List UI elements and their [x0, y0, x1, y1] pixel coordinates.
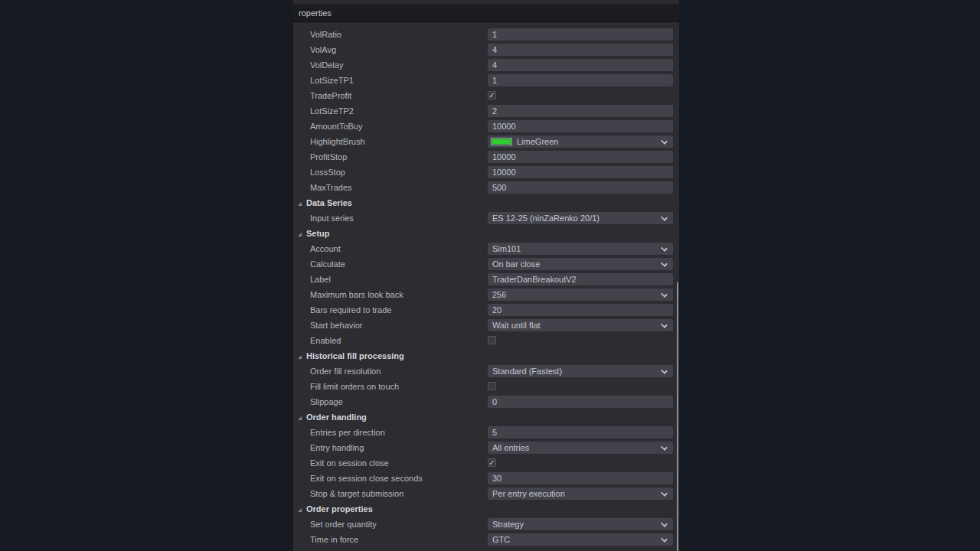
category-row-order-handling[interactable]: Order handling: [293, 409, 679, 425]
property-label: VolDelay: [310, 60, 343, 70]
field-value: 5: [492, 426, 497, 439]
property-row-calculate: CalculateOn bar close: [293, 256, 679, 272]
expander-triangle-icon[interactable]: [298, 355, 302, 359]
chevron-down-icon[interactable]: [661, 536, 668, 543]
property-row-maximum-bars-look-back: Maximum bars look back256: [293, 287, 679, 302]
set-order-quantity-dropdown[interactable]: Strategy: [488, 518, 673, 530]
calculate-dropdown[interactable]: On bar close: [488, 258, 673, 270]
fill-limit-orders-on-touch-checkbox[interactable]: [488, 382, 496, 390]
property-label: Exit on session close: [310, 458, 389, 468]
volavg-input[interactable]: 4: [488, 44, 673, 56]
field-value: On bar close: [492, 258, 540, 270]
property-row-input-series: Input seriesES 12-25 (ninZaRenko 20/1): [293, 210, 679, 226]
amounttobuy-input[interactable]: 10000: [488, 120, 673, 132]
slippage-input[interactable]: 0: [488, 396, 673, 408]
expander-triangle-icon[interactable]: [298, 202, 302, 206]
category-row-data-series[interactable]: Data Series: [293, 195, 679, 210]
chevron-down-icon[interactable]: [661, 138, 668, 145]
chevron-down-icon[interactable]: [661, 444, 668, 451]
lossstop-input[interactable]: 10000: [488, 166, 673, 178]
property-label: Fill limit orders on touch: [310, 382, 399, 391]
entry-handling-dropdown[interactable]: All entries: [488, 442, 673, 454]
property-row-order-fill-resolution: Order fill resolutionStandard (Fastest): [293, 364, 679, 379]
exit-on-session-close-checkbox[interactable]: ✓: [488, 458, 496, 467]
field-value: 10000: [492, 120, 516, 132]
field-value: 30: [492, 472, 501, 484]
field-value: 256: [492, 289, 506, 301]
entries-per-direction-input[interactable]: 5: [488, 426, 673, 439]
chevron-down-icon[interactable]: [661, 520, 668, 527]
category-label: Order handling: [306, 412, 367, 422]
color-swatch: [491, 138, 512, 145]
property-label: LotSizeTP2: [310, 106, 354, 116]
property-row-label: LabelTraderDanBreakoutV2: [293, 272, 679, 287]
account-dropdown[interactable]: Sim101: [488, 243, 673, 255]
property-row-amounttobuy: AmountToBuy10000: [293, 119, 679, 134]
category-label: Data Series: [306, 198, 352, 207]
property-row-exit-on-session-close-seconds: Exit on session close seconds30: [293, 471, 679, 486]
field-value: LimeGreen: [517, 135, 558, 148]
chevron-down-icon[interactable]: [661, 367, 668, 374]
property-row-fill-limit-orders-on-touch: Fill limit orders on touch: [293, 379, 679, 394]
expander-triangle-icon[interactable]: [298, 416, 302, 420]
field-value: 10000: [492, 151, 516, 163]
maximum-bars-look-back-dropdown[interactable]: 256: [488, 289, 673, 301]
lotsizetp1-input[interactable]: 1: [488, 74, 673, 86]
category-row-setup[interactable]: Setup: [293, 226, 679, 241]
property-label: AmountToBuy: [310, 122, 362, 131]
stop-target-submission-dropdown[interactable]: Per entry execution: [488, 487, 673, 500]
label-input[interactable]: TraderDanBreakoutV2: [488, 273, 673, 285]
property-label: Maximum bars look back: [310, 290, 403, 299]
category-row-order-properties[interactable]: Order properties: [293, 501, 679, 517]
property-row-volratio: VolRatio1: [293, 27, 679, 42]
volratio-input[interactable]: 1: [488, 28, 673, 41]
field-value: 4: [492, 59, 497, 71]
time-in-force-dropdown[interactable]: GTC: [488, 533, 673, 546]
expander-triangle-icon[interactable]: [298, 508, 302, 512]
chevron-down-icon[interactable]: [661, 490, 668, 497]
property-row-volavg: VolAvg4: [293, 42, 679, 57]
vertical-scrollbar-thumb[interactable]: [677, 282, 678, 551]
panel-top-strip: [293, 0, 679, 5]
properties-titlebar: roperties: [293, 5, 679, 22]
category-label: Setup: [306, 229, 330, 238]
expander-triangle-icon[interactable]: [298, 233, 302, 236]
property-row-voldelay: VolDelay4: [293, 57, 679, 73]
category-row-historical-fill-processing[interactable]: Historical fill processing: [293, 348, 679, 364]
strategy-properties-panel: roperties VolRatio1VolAvg4VolDelay4LotSi…: [293, 0, 679, 551]
voldelay-input[interactable]: 4: [488, 59, 673, 71]
field-value: TraderDanBreakoutV2: [492, 273, 577, 285]
field-value: Standard (Fastest): [492, 365, 562, 377]
chevron-down-icon[interactable]: [661, 321, 668, 328]
property-row-stop-target-submission: Stop & target submissionPer entry execut…: [293, 486, 679, 501]
field-value: 1: [492, 74, 497, 86]
start-behavior-dropdown[interactable]: Wait until flat: [488, 319, 673, 331]
exit-on-session-close-seconds-input[interactable]: 30: [488, 472, 673, 484]
property-label: Enabled: [310, 336, 341, 345]
chevron-down-icon[interactable]: [661, 260, 668, 267]
field-value: Wait until flat: [492, 319, 541, 331]
enabled-checkbox[interactable]: [488, 336, 496, 344]
tradeprofit-checkbox[interactable]: ✓: [488, 91, 496, 99]
field-value: All entries: [492, 442, 529, 454]
chevron-down-icon[interactable]: [661, 214, 668, 221]
maxtrades-input[interactable]: 500: [488, 181, 673, 194]
property-row-highlightbrush: HighlightBrushLimeGreen: [293, 134, 679, 149]
property-row-lotsizetp1: LotSizeTP11: [293, 73, 679, 88]
property-label: Label: [310, 275, 331, 284]
bars-required-to-trade-input[interactable]: 20: [488, 304, 673, 316]
profitstop-input[interactable]: 10000: [488, 151, 673, 163]
field-value: 10000: [492, 166, 516, 178]
order-fill-resolution-dropdown[interactable]: Standard (Fastest): [488, 365, 673, 377]
field-value: ES 12-25 (ninZaRenko 20/1): [492, 212, 599, 224]
field-value: Sim101: [492, 243, 521, 255]
input-series-dropdown[interactable]: ES 12-25 (ninZaRenko 20/1): [488, 212, 673, 224]
lotsizetp2-input[interactable]: 2: [488, 105, 673, 117]
property-row-lossstop: LossStop10000: [293, 165, 679, 180]
property-row-set-order-quantity: Set order quantityStrategy: [293, 517, 679, 532]
property-row-profitstop: ProfitStop10000: [293, 149, 679, 165]
chevron-down-icon[interactable]: [661, 245, 668, 252]
chevron-down-icon[interactable]: [661, 291, 668, 298]
property-label: TradeProfit: [310, 91, 351, 100]
highlightbrush-dropdown[interactable]: LimeGreen: [488, 135, 673, 148]
